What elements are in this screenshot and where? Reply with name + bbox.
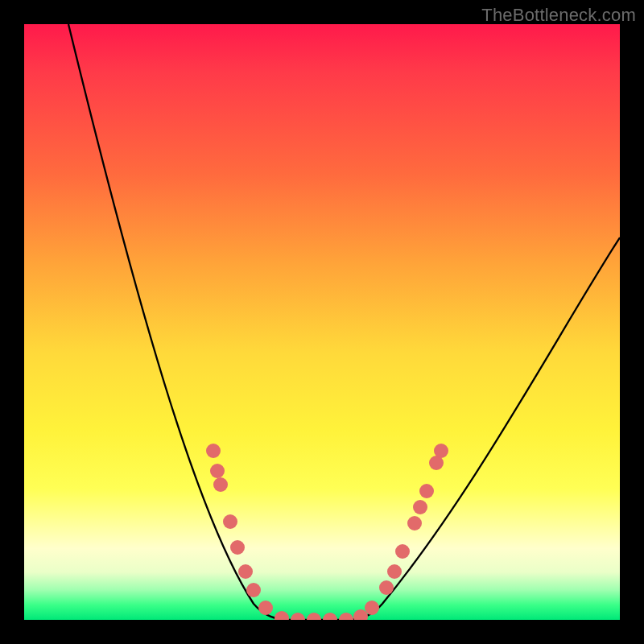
chart-svg [24, 24, 620, 620]
data-point [323, 613, 337, 620]
data-point [206, 444, 221, 458]
data-point [339, 613, 353, 620]
data-point [246, 583, 261, 597]
data-point [379, 580, 394, 595]
data-point [223, 514, 237, 529]
data-point [291, 613, 305, 620]
data-point [407, 516, 422, 530]
data-point [258, 601, 273, 615]
watermark-text: TheBottleneck.com [481, 5, 636, 26]
data-point [238, 564, 253, 579]
data-point [413, 500, 427, 514]
data-point [434, 444, 448, 458]
chart-plot-area [24, 24, 620, 620]
data-point [419, 484, 434, 498]
data-points-group [206, 444, 448, 620]
curve-group [68, 24, 620, 620]
data-point [395, 544, 410, 559]
data-point [275, 611, 289, 620]
data-point [307, 613, 321, 620]
data-point [230, 540, 245, 555]
data-point [387, 564, 402, 579]
curve-right [346, 237, 620, 620]
data-point [210, 464, 225, 478]
curve-left [68, 24, 290, 620]
data-point [365, 601, 379, 615]
data-point [213, 477, 228, 492]
